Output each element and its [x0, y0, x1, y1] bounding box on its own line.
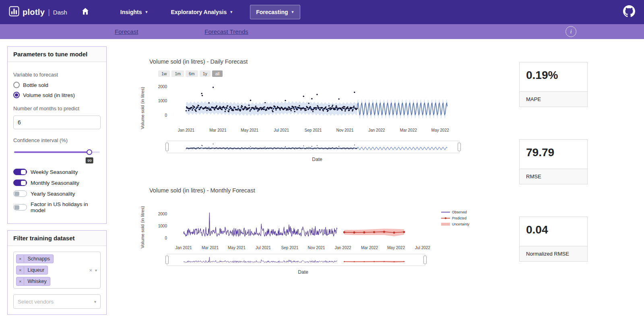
svg-text:May 2021: May 2021 — [228, 246, 246, 250]
svg-text:Sep 2021: Sep 2021 — [281, 246, 299, 250]
svg-text:Jul 2022: Jul 2022 — [415, 246, 430, 250]
svg-text:Nov 2021: Nov 2021 — [308, 246, 325, 250]
menu-insights-label: Insights — [120, 9, 142, 15]
chip-liqueur: × Liqueur — [16, 266, 48, 275]
mape-card: 0.19% MAPE — [519, 62, 588, 107]
rmse-card: 79.79 RMSE — [519, 139, 588, 184]
radio-bottle-sold[interactable]: Bottle sold — [13, 82, 101, 88]
toggle-knob — [14, 192, 19, 196]
chip-schnapps-label: Schnapps — [24, 255, 53, 263]
metrics-column: 0.19% MAPE 79.79 RMSE 0.04 Normalized RM… — [519, 46, 588, 294]
range-button-1m[interactable]: 1m — [171, 70, 184, 77]
svg-text:May 2021: May 2021 — [241, 128, 258, 132]
mape-label: MAPE — [520, 91, 587, 107]
svg-text:0: 0 — [165, 236, 167, 240]
plotly-dash-brand[interactable]: plotly | Dash — [9, 6, 67, 18]
chip-liqueur-label: Liqueur — [24, 266, 47, 274]
daily-chart-xlabel: Date — [170, 157, 464, 162]
slider-fill — [14, 151, 89, 153]
slider-value-badge: 99 — [86, 157, 93, 163]
slider-handle[interactable]: 99 — [87, 149, 92, 155]
radio-dot[interactable] — [13, 92, 20, 98]
github-link[interactable] — [623, 5, 635, 19]
monthly-forecast-chart[interactable]: 010002000Jan 2021Mar 2021May 2021Jul 202… — [146, 202, 480, 252]
daily-forecast-rangeslider[interactable] — [146, 140, 480, 154]
chevron-down-icon: ▼ — [291, 10, 295, 14]
normalized-rmse-label: Normalized RMSE — [520, 246, 587, 261]
confidence-interval-label: Confidence interval (%) — [13, 137, 101, 143]
toggle-row-yearly: Yearly Seasonality — [13, 190, 101, 197]
dropdown-caret-icon[interactable]: ▾ — [95, 268, 97, 273]
toggle-row-weekly: Weekly Seasonality — [13, 169, 101, 175]
svg-text:Mar 2021: Mar 2021 — [202, 246, 219, 250]
rmse-value: 79.79 — [520, 140, 587, 169]
weekly-seasonality-label: Weekly Seasonality — [31, 169, 78, 175]
svg-text:1000: 1000 — [158, 99, 167, 103]
radio-volume-sold-label: Volume sold (in litres) — [23, 92, 75, 98]
svg-text:2000: 2000 — [158, 212, 167, 216]
range-button-1w[interactable]: 1w — [158, 70, 170, 77]
chip-remove-icon[interactable]: × — [17, 255, 24, 262]
toggle-knob — [14, 205, 19, 210]
toggle-knob — [21, 181, 26, 186]
home-button[interactable] — [81, 7, 90, 17]
liquor-type-multiselect[interactable]: × Schnapps × Liqueur × Whiskey × ▾ — [13, 252, 101, 289]
chip-remove-icon[interactable]: × — [17, 278, 24, 285]
range-button-1y[interactable]: 1y — [200, 70, 211, 77]
daily-forecast-chart[interactable]: 010002000Jan 2021Mar 2021May 2021Jul 202… — [146, 78, 480, 138]
brand-plotly-text: plotly — [23, 8, 45, 17]
sidebar: Parameters to tune model Variable to for… — [7, 46, 107, 316]
clear-all-icon[interactable]: × — [89, 267, 92, 273]
toggle-knob — [21, 170, 26, 175]
svg-text:1000: 1000 — [158, 224, 167, 228]
daily-chart-ylabel: Volume sold (in litres) — [139, 78, 146, 138]
menu-forecasting[interactable]: Forecasting ▼ — [250, 5, 300, 19]
menu-exploratory-label: Exploratory Analysis — [171, 9, 227, 15]
filter-card: Filter training dataset × Schnapps × Liq… — [7, 230, 107, 315]
svg-text:Uncertainty: Uncertainty — [452, 222, 470, 226]
top-navbar: plotly | Dash Insights ▼ Exploratory Ana… — [0, 0, 644, 24]
link-forecast-trends[interactable]: Forecast Trends — [204, 28, 248, 35]
yearly-seasonality-toggle[interactable] — [13, 190, 27, 197]
normalized-rmse-value: 0.04 — [520, 217, 587, 246]
radio-dot[interactable] — [13, 82, 20, 88]
brand-separator: | — [48, 8, 50, 17]
parameters-card-title: Parameters to tune model — [8, 47, 106, 62]
chip-remove-icon[interactable]: × — [17, 266, 24, 274]
menu-exploratory-analysis[interactable]: Exploratory Analysis ▼ — [165, 5, 239, 19]
dropdown-caret-icon: ▾ — [94, 299, 96, 304]
range-button-all[interactable]: all — [212, 70, 223, 77]
normalized-rmse-card: 0.04 Normalized RMSE — [519, 217, 588, 262]
vendors-select[interactable]: Select vendors ▾ — [13, 294, 101, 309]
monthly-seasonality-toggle[interactable] — [13, 180, 27, 186]
brand-dash-text: Dash — [53, 9, 67, 16]
chip-schnapps: × Schnapps — [16, 254, 54, 263]
svg-text:May 2022: May 2022 — [387, 246, 405, 250]
monthly-chart-title: Volume sold (in litres) - Monthly Foreca… — [149, 187, 485, 194]
svg-text:May 2022: May 2022 — [431, 128, 449, 132]
svg-text:Jul 2021: Jul 2021 — [256, 246, 271, 250]
range-button-6m[interactable]: 6m — [186, 70, 198, 77]
confidence-slider[interactable]: 99 — [14, 149, 100, 164]
charts-column: Volume sold (in litres) - Daily Forecast… — [139, 46, 485, 275]
menu-forecasting-label: Forecasting — [256, 9, 288, 15]
monthly-forecast-rangeslider[interactable] — [146, 253, 480, 267]
svg-text:Jan 2021: Jan 2021 — [178, 128, 195, 132]
svg-text:Sep 2021: Sep 2021 — [305, 128, 322, 132]
svg-text:Mar 2021: Mar 2021 — [209, 128, 227, 132]
toggle-row-holidays: Factor in US holidays in model — [13, 201, 101, 213]
us-holidays-toggle[interactable] — [13, 204, 27, 211]
link-forecast[interactable]: Forecast — [115, 28, 138, 35]
menu-insights[interactable]: Insights ▼ — [115, 5, 154, 19]
vendors-placeholder: Select vendors — [18, 299, 54, 305]
main-content: Parameters to tune model Variable to for… — [0, 39, 644, 316]
radio-volume-sold[interactable]: Volume sold (in litres) — [13, 92, 101, 98]
toggle-row-monthly: Monthly Seasonality — [13, 180, 101, 186]
weekly-seasonality-toggle[interactable] — [13, 169, 27, 175]
svg-text:Jan 2022: Jan 2022 — [368, 128, 385, 132]
chip-whiskey: × Whiskey — [16, 277, 50, 286]
months-to-predict-input[interactable] — [13, 116, 101, 129]
svg-text:Jan 2021: Jan 2021 — [175, 246, 192, 250]
monthly-chart-xlabel: Date — [170, 269, 436, 275]
info-icon[interactable]: i — [566, 26, 576, 37]
